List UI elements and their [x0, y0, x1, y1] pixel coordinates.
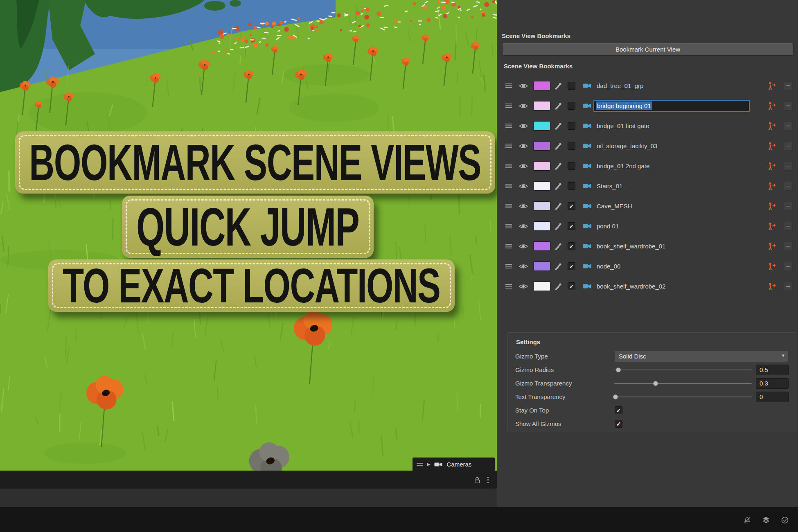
gizmo-checkbox[interactable]	[568, 162, 575, 170]
eyedropper-icon[interactable]	[554, 243, 562, 250]
visibility-eye-icon[interactable]	[518, 183, 528, 189]
remove-bookmark-button[interactable]: −	[784, 202, 793, 211]
value-field[interactable]: 0.3	[756, 378, 789, 389]
jump-to-bookmark-icon[interactable]	[767, 262, 777, 271]
drag-handle-icon[interactable]	[505, 224, 512, 228]
color-swatch[interactable]	[533, 101, 550, 110]
bookmark-name-input[interactable]: bridge beginning 01	[593, 100, 750, 112]
slider-knob[interactable]	[616, 367, 621, 372]
check-circle-icon[interactable]	[781, 516, 789, 524]
kebab-menu-icon[interactable]	[487, 477, 489, 483]
bookmark-current-view-button[interactable]: Bookmark Current View	[502, 43, 793, 56]
bookmark-name[interactable]: oil_storage_facility_03	[597, 142, 657, 149]
eyedropper-icon[interactable]	[554, 183, 562, 190]
visibility-eye-icon[interactable]	[518, 103, 528, 109]
bookmark-row[interactable]: node_00 −	[497, 256, 798, 276]
bookmark-name[interactable]: pond 01	[597, 223, 619, 230]
bookmark-name[interactable]: book_shelf_wardrobe_02	[597, 283, 665, 290]
slider-knob[interactable]	[613, 394, 618, 399]
bookmark-row[interactable]: dad_tree_01_grp −	[497, 76, 798, 96]
remove-bookmark-button[interactable]: −	[784, 162, 793, 171]
visibility-eye-icon[interactable]	[518, 223, 528, 230]
bookmark-name[interactable]: node_00	[597, 263, 620, 270]
drag-handle-icon[interactable]	[505, 184, 512, 188]
bookmark-row[interactable]: bridge beginning 01 −	[497, 96, 798, 116]
setting-checkbox[interactable]	[615, 406, 622, 414]
visibility-eye-icon[interactable]	[518, 163, 528, 169]
bookmark-row[interactable]: bridge_01 first gate −	[497, 116, 798, 136]
slider-track[interactable]	[614, 370, 752, 370]
visibility-eye-icon[interactable]	[518, 263, 528, 270]
bookmark-row[interactable]: book_shelf_wardrobe_02 −	[497, 276, 798, 296]
jump-to-bookmark-icon[interactable]	[767, 162, 777, 170]
clipped-row[interactable]: −	[497, 0, 798, 5]
gizmo-checkbox[interactable]	[568, 262, 575, 270]
bookmark-row[interactable]: bridge_01 2nd gate −	[497, 156, 798, 176]
visibility-eye-icon[interactable]	[518, 203, 528, 210]
color-swatch[interactable]	[533, 161, 550, 171]
remove-bookmark-button[interactable]: −	[784, 81, 793, 90]
jump-to-bookmark-icon[interactable]	[767, 142, 777, 150]
drag-handle-icon[interactable]	[505, 144, 512, 148]
jump-to-bookmark-icon[interactable]	[767, 282, 777, 291]
color-swatch[interactable]	[533, 241, 550, 251]
gizmo-checkbox[interactable]	[568, 202, 575, 210]
bookmark-name[interactable]: dad_tree_01_grp	[597, 82, 643, 89]
drag-handle-icon[interactable]	[505, 83, 512, 88]
lock-icon[interactable]	[474, 476, 480, 484]
drag-handle-icon[interactable]	[505, 104, 512, 108]
color-swatch[interactable]	[533, 261, 550, 271]
setting-checkbox[interactable]	[615, 420, 622, 428]
gizmo-type-dropdown[interactable]: Solid Disc ▾	[614, 350, 789, 362]
remove-bookmark-button[interactable]: −	[784, 122, 793, 131]
jump-to-bookmark-icon[interactable]	[767, 222, 777, 230]
remove-bookmark-button[interactable]: −	[784, 101, 793, 110]
remove-bookmark-button[interactable]: −	[784, 182, 793, 191]
gizmo-checkbox[interactable]	[568, 222, 575, 230]
drag-handle-icon[interactable]	[505, 124, 512, 128]
scene-view[interactable]: BOOKMARK SCENE VIEWS QUICK JUMP TO EXACT…	[0, 0, 497, 471]
bookmark-row[interactable]: book_shelf_wardrobe_01 −	[497, 236, 798, 256]
visibility-eye-icon[interactable]	[518, 143, 528, 149]
visibility-eye-icon[interactable]	[518, 283, 528, 290]
remove-bookmark-button[interactable]: −	[784, 282, 793, 291]
eyedropper-icon[interactable]	[554, 162, 562, 170]
gizmo-checkbox[interactable]	[568, 82, 575, 90]
color-swatch[interactable]	[533, 81, 550, 90]
color-swatch[interactable]	[533, 282, 550, 291]
color-swatch[interactable]	[533, 141, 550, 151]
color-swatch[interactable]	[533, 221, 550, 231]
drag-handle-icon[interactable]	[505, 284, 512, 289]
jump-to-bookmark-icon[interactable]	[767, 102, 777, 110]
drag-handle-icon[interactable]	[505, 204, 512, 208]
gizmo-checkbox[interactable]	[568, 182, 575, 190]
color-swatch[interactable]	[533, 181, 550, 191]
slider-track[interactable]	[614, 383, 752, 384]
jump-to-bookmark-icon[interactable]	[767, 242, 777, 250]
visibility-eye-icon[interactable]	[518, 83, 528, 89]
eyedropper-icon[interactable]	[554, 122, 562, 130]
bookmark-row[interactable]: Cave_MESH −	[497, 196, 798, 216]
color-swatch[interactable]	[533, 201, 550, 211]
expand-arrow-icon[interactable]: ▶	[427, 462, 430, 467]
eyedropper-icon[interactable]	[554, 102, 562, 110]
drag-handle-icon[interactable]	[505, 164, 512, 168]
eyedropper-icon[interactable]	[554, 203, 562, 210]
bookmark-row[interactable]: Stairs_01 −	[497, 176, 798, 196]
remove-bookmark-button[interactable]: −	[784, 242, 793, 251]
jump-to-bookmark-icon[interactable]	[767, 122, 777, 130]
jump-to-bookmark-icon[interactable]	[767, 82, 777, 90]
remove-bookmark-button[interactable]: −	[784, 222, 793, 231]
bookmark-name[interactable]: book_shelf_wardrobe_01	[597, 243, 665, 250]
visibility-eye-icon[interactable]	[518, 243, 528, 250]
bookmark-name[interactable]: bridge_01 first gate	[597, 122, 649, 129]
color-swatch[interactable]	[533, 121, 550, 131]
bookmark-name[interactable]: Cave_MESH	[597, 203, 632, 210]
visibility-eye-icon[interactable]	[518, 123, 528, 129]
eyedropper-icon[interactable]	[554, 82, 562, 90]
layers-icon[interactable]	[762, 516, 770, 524]
bookmark-name[interactable]: bridge_01 2nd gate	[597, 162, 649, 169]
eyedropper-icon[interactable]	[554, 223, 562, 230]
drag-handle-icon[interactable]	[505, 264, 512, 268]
eyedropper-icon[interactable]	[554, 142, 562, 150]
